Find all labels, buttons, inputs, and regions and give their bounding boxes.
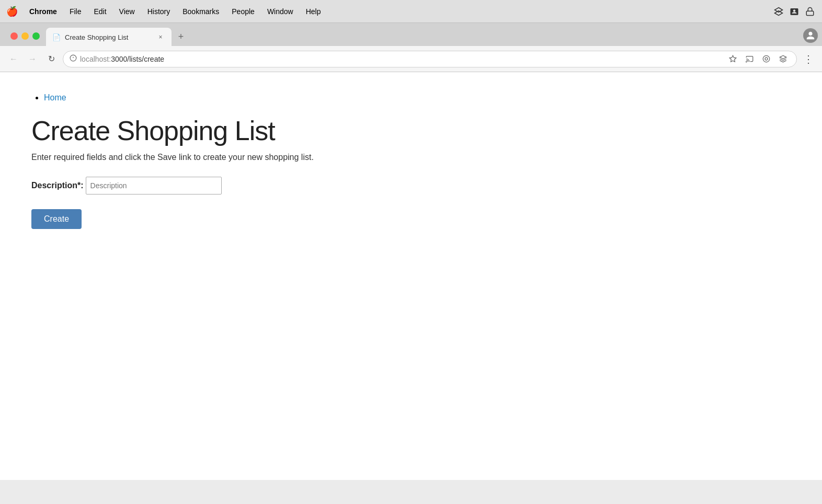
tab-page-icon: 📄 xyxy=(52,33,61,41)
chrome-circle-button[interactable] xyxy=(759,52,773,66)
tab-bar: 📄 Create Shopping List × + xyxy=(0,23,822,46)
back-button[interactable]: ← xyxy=(6,52,21,66)
description-label: Description*: xyxy=(31,181,84,190)
menu-item-file[interactable]: File xyxy=(64,5,87,18)
url-text: localhost:3000/lists/create xyxy=(80,55,722,63)
svg-point-9 xyxy=(765,58,768,60)
url-info-icon xyxy=(70,54,77,63)
nav-list-item: Home xyxy=(44,93,791,102)
tab-title: Create Shopping List xyxy=(65,33,152,41)
menu-item-edit[interactable]: Edit xyxy=(88,5,111,18)
menu-item-help[interactable]: Help xyxy=(301,5,326,18)
tab-close-button[interactable]: × xyxy=(156,32,165,42)
nav-list: Home xyxy=(31,93,791,102)
menu-item-history[interactable]: History xyxy=(142,5,176,18)
window-minimize-button[interactable] xyxy=(21,32,29,40)
profile-avatar[interactable] xyxy=(803,28,818,43)
svg-marker-6 xyxy=(729,55,736,62)
menu-bar: 🍎 Chrome File Edit View History Bookmark… xyxy=(0,0,822,23)
page-title: Create Shopping List xyxy=(31,115,791,146)
refresh-icon: ↻ xyxy=(48,54,55,64)
menu-item-view[interactable]: View xyxy=(114,5,140,18)
bookmark-star-button[interactable] xyxy=(725,52,740,66)
menu-item-chrome[interactable]: Chrome xyxy=(24,5,62,18)
forward-button[interactable]: → xyxy=(25,52,40,66)
chrome-menu-button[interactable]: ⋮ xyxy=(801,52,816,66)
window-close-button[interactable] xyxy=(10,32,18,40)
create-button[interactable]: Create xyxy=(31,209,82,229)
svg-marker-0 xyxy=(775,7,783,12)
home-link[interactable]: Home xyxy=(44,93,66,102)
svg-point-8 xyxy=(763,55,770,62)
apple-menu-icon[interactable]: 🍎 xyxy=(6,6,18,17)
address-bar: ← → ↻ localhost:3000/lists/create xyxy=(0,46,822,72)
back-icon: ← xyxy=(9,54,18,64)
menu-item-people[interactable]: People xyxy=(226,5,260,18)
dropbox-tray-icon[interactable] xyxy=(773,6,784,17)
window-controls xyxy=(4,32,46,46)
new-tab-button[interactable]: + xyxy=(174,29,188,44)
forward-icon: → xyxy=(28,54,37,64)
tab-bar-right xyxy=(803,28,818,46)
refresh-button[interactable]: ↻ xyxy=(44,52,59,66)
url-path: 3000/lists/create xyxy=(111,55,164,63)
lock-tray-icon[interactable] xyxy=(804,6,816,17)
address-bar-right: ⋮ xyxy=(801,52,816,66)
svg-point-7 xyxy=(746,62,746,62)
url-actions xyxy=(725,52,790,66)
url-protocol: localhost: xyxy=(80,55,111,63)
description-form-group: Description*: xyxy=(31,177,791,194)
svg-rect-2 xyxy=(806,11,814,15)
description-input[interactable] xyxy=(86,177,222,194)
menu-item-bookmarks[interactable]: Bookmarks xyxy=(177,5,224,18)
extension-button[interactable] xyxy=(775,52,790,66)
page-subtitle: Enter required fields and click the Save… xyxy=(31,153,791,162)
svg-marker-1 xyxy=(775,10,783,15)
window-maximize-button[interactable] xyxy=(32,32,40,40)
page-content: Home Create Shopping List Enter required… xyxy=(0,72,822,480)
menu-bar-right xyxy=(773,6,816,17)
menu-item-window[interactable]: Window xyxy=(262,5,299,18)
evernote-tray-icon[interactable] xyxy=(789,6,800,17)
url-bar[interactable]: localhost:3000/lists/create xyxy=(63,51,797,67)
cast-button[interactable] xyxy=(742,52,757,66)
active-tab[interactable]: 📄 Create Shopping List × xyxy=(46,28,172,47)
